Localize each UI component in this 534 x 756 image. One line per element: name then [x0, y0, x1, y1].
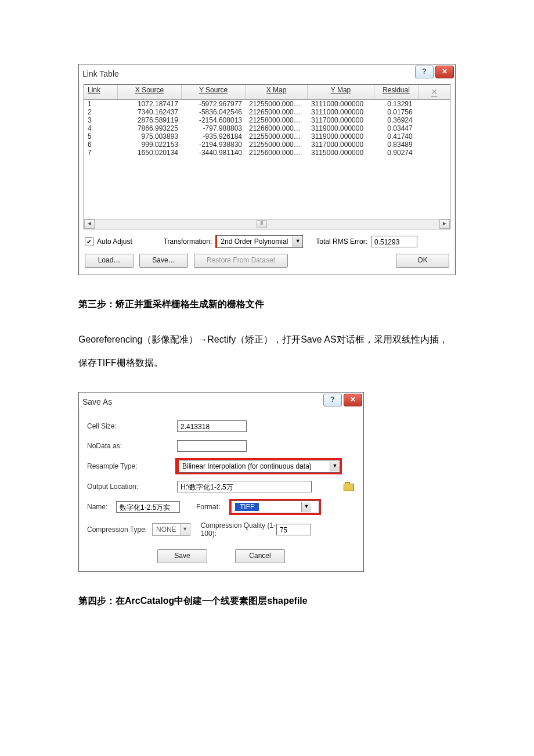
compression-quality-input[interactable]: 75 — [276, 524, 311, 535]
cancel-button[interactable]: Cancel — [235, 549, 285, 563]
name-label: Name: — [87, 503, 116, 511]
delete-x-icon: × — [427, 86, 442, 98]
cell-ymap: 3119000.000000 — [308, 124, 374, 132]
transformation-value: 2nd Order Polynomial — [217, 237, 293, 246]
table-row[interactable]: 5975.003893-935.92618421255000.000…31190… — [84, 132, 450, 141]
delete-column[interactable]: × — [418, 85, 450, 99]
output-location-input[interactable]: H:\数字化1-2.5万 — [177, 481, 312, 492]
compression-type-select: NONE ▼ — [152, 523, 190, 536]
cell-xmap: 21255000.000… — [246, 100, 308, 108]
scroll-right-icon[interactable]: ► — [439, 219, 450, 229]
cell-xmap: 21255000.000… — [246, 132, 308, 141]
total-rms-label: Total RMS Error: — [316, 237, 367, 246]
cell-ymap: 3115000.000000 — [308, 149, 374, 157]
format-select[interactable]: TIFF ▼ — [231, 501, 319, 513]
cell-ymap: 3117000.000000 — [308, 141, 374, 149]
cell-xmap: 21266000.000… — [246, 124, 308, 132]
cell-link: 6 — [84, 141, 118, 149]
cell-xsource: 1650.020134 — [118, 149, 182, 157]
scroll-left-icon[interactable]: ◄ — [84, 219, 95, 229]
link-table-titlebar: Link Table ? ✕ — [79, 64, 455, 81]
cell-link: 7 — [84, 149, 118, 157]
resample-type-select[interactable]: Bilinear Interpolation (for continuous d… — [177, 460, 340, 473]
col-ysource[interactable]: Y Source — [182, 85, 246, 99]
cell-xmap: 21256000.000… — [246, 149, 308, 157]
cell-xsource: 7866.993225 — [118, 124, 182, 132]
cell-link: 5 — [84, 132, 118, 141]
compression-quality-label: Compression Quality (1-100): — [201, 521, 276, 538]
load-button[interactable]: Load… — [85, 254, 134, 268]
format-value: TIFF — [232, 503, 301, 511]
grid-header: Link X Source Y Source X Map Y Map Resid… — [84, 85, 450, 100]
save-as-titlebar: Save As ? ✕ — [79, 393, 363, 409]
table-row[interactable]: 27340.162437-5836.04254621265000.000…311… — [84, 108, 450, 116]
transformation-label: Transformation: — [164, 237, 212, 246]
nodata-input[interactable] — [177, 440, 247, 452]
cell-residual: 0.03447 — [374, 124, 425, 132]
close-button[interactable]: ✕ — [435, 66, 454, 78]
cell-size-input[interactable]: 2.413318 — [177, 420, 247, 432]
col-link[interactable]: Link — [84, 85, 118, 99]
save-as-title: Save As — [82, 397, 112, 406]
cell-size-label: Cell Size: — [87, 422, 177, 430]
link-table-dialog: Link Table ? ✕ Link X Source Y Source X … — [78, 64, 456, 275]
col-residual[interactable]: Residual — [374, 85, 418, 99]
step3-paragraph: Georeferencing（影像配准）→Rectify（矫正），打开Save … — [78, 328, 456, 375]
output-location-label: Output Location: — [87, 483, 177, 491]
scroll-thumb[interactable]: Ⅲ — [257, 220, 267, 228]
resample-type-label: Resample Type: — [87, 462, 177, 470]
save-button[interactable]: Save — [157, 549, 207, 563]
cell-xsource: 975.003893 — [118, 132, 182, 141]
table-row[interactable]: 71650.020134-3440.98114021256000.000…311… — [84, 149, 450, 157]
cell-link: 4 — [84, 124, 118, 132]
auto-adjust-checkbox[interactable]: ✔ — [85, 237, 93, 246]
cell-ymap: 3117000.000000 — [308, 116, 374, 124]
link-table-title: Link Table — [82, 69, 119, 78]
help-button[interactable]: ? — [323, 394, 342, 406]
link-table-grid: Link X Source Y Source X Map Y Map Resid… — [84, 84, 450, 229]
cell-ymap: 3111000.000000 — [308, 100, 374, 108]
cell-xmap: 21265000.000… — [246, 108, 308, 116]
close-button[interactable]: ✕ — [344, 394, 362, 406]
save-button[interactable]: Save… — [139, 254, 188, 268]
cell-xmap: 21255000.000… — [246, 141, 308, 149]
cell-ysource: -5836.042546 — [182, 108, 246, 116]
table-row[interactable]: 11072.187417-5972.96797721255000.000…311… — [84, 100, 450, 108]
nodata-label: NoData as: — [87, 442, 177, 450]
total-rms-value: 0.51293 — [371, 236, 417, 247]
horizontal-scrollbar[interactable]: ◄ Ⅲ ► — [84, 219, 450, 229]
scroll-track[interactable]: Ⅲ — [95, 220, 439, 228]
browse-folder-icon[interactable] — [342, 481, 355, 492]
table-row[interactable]: 47866.993225-797.98880321266000.000…3119… — [84, 124, 450, 132]
cell-ymap: 3111000.000000 — [308, 108, 374, 116]
cell-ymap: 3119000.000000 — [308, 132, 374, 141]
ok-button[interactable]: OK — [396, 254, 449, 268]
cell-xsource: 999.022153 — [118, 141, 182, 149]
cell-ysource: -797.988803 — [182, 124, 246, 132]
save-as-dialog: Save As ? ✕ Cell Size: 2.413318 NoData a… — [78, 392, 364, 572]
chevron-down-icon: ▼ — [180, 524, 190, 535]
cell-xsource: 7340.162437 — [118, 108, 182, 116]
chevron-down-icon: ▼ — [293, 236, 302, 247]
cell-link: 2 — [84, 108, 118, 116]
cell-ysource: -3440.981140 — [182, 149, 246, 157]
table-row[interactable]: 32876.589119-2154.60801321258000.000…311… — [84, 116, 450, 124]
grid-body[interactable]: 11072.187417-5972.96797721255000.000…311… — [84, 100, 450, 219]
transformation-select[interactable]: 2nd Order Polynomial ▼ — [215, 235, 303, 248]
cell-ysource: -935.926184 — [182, 132, 246, 141]
cell-residual: 0.01756 — [374, 108, 425, 116]
name-input[interactable]: 数字化1-2.5万实验 — [116, 501, 180, 513]
cell-xsource: 2876.589119 — [118, 116, 182, 124]
chevron-down-icon: ▼ — [330, 461, 340, 471]
col-xsource[interactable]: X Source — [118, 85, 182, 99]
cell-ysource: -2194.938830 — [182, 141, 246, 149]
help-button[interactable]: ? — [415, 66, 434, 78]
col-xmap[interactable]: X Map — [246, 85, 308, 99]
cell-residual: 0.83489 — [374, 141, 425, 149]
resample-type-value: Bilinear Interpolation (for continuous d… — [179, 462, 330, 470]
col-ymap[interactable]: Y Map — [308, 85, 374, 99]
table-row[interactable]: 6999.022153-2194.93883021255000.000…3117… — [84, 141, 450, 149]
restore-button: Restore From Dataset — [194, 254, 288, 268]
cell-link: 3 — [84, 116, 118, 124]
cell-ysource: -2154.608013 — [182, 116, 246, 124]
